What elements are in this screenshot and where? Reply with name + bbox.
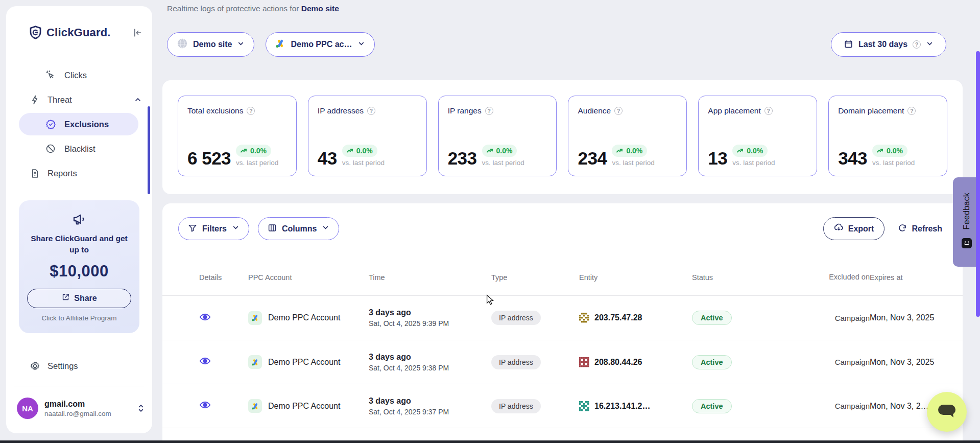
view-details-eye-icon[interactable] (199, 311, 211, 323)
help-icon: ? (907, 107, 916, 115)
entity-identicon (579, 313, 589, 323)
entity-cell: 16.213.141.2… (579, 401, 692, 411)
stat-caption: vs. last period (236, 159, 278, 167)
entity-cell: 203.75.47.28 (579, 313, 692, 323)
sidebar-item-label: Blacklist (64, 144, 95, 154)
stat-card-0: Total exclusions ? 6 523 0.0% vs. last p… (178, 96, 297, 176)
stats-panel: Total exclusions ? 6 523 0.0% vs. last p… (162, 80, 963, 194)
trend-up-icon (347, 147, 354, 155)
filters-button[interactable]: Filters (178, 217, 249, 240)
col-header-time: Time (369, 273, 491, 282)
badge-check-icon (45, 119, 56, 130)
table-row: Demo PPC Account 3 days ago Sat, Oct 4, … (162, 384, 963, 428)
stat-change-badge: 0.0% (732, 145, 768, 157)
time-cell: 3 days ago Sat, Oct 4, 2025 9:38 PM (369, 353, 491, 372)
type-badge: IP address (491, 311, 541, 325)
page-scrollbar-thumb[interactable] (976, 51, 980, 317)
export-button[interactable]: Export (823, 217, 885, 240)
stat-card-3: Audience ? 234 0.0% vs. last period (568, 96, 687, 176)
stats-cards: Total exclusions ? 6 523 0.0% vs. last p… (162, 80, 963, 192)
exclusions-table-panel: Filters Columns Export Refresh (162, 203, 963, 443)
table-body: Demo PPC Account 3 days ago Sat, Oct 4, … (162, 296, 963, 443)
promo-amount: $10,000 (26, 262, 132, 281)
chevron-down-icon (322, 224, 329, 234)
chevron-down-icon (232, 224, 240, 234)
col-header-entity: Entity (579, 273, 692, 282)
stat-value: 343 (838, 150, 867, 167)
google-ads-icon (275, 38, 285, 51)
sidebar-item-reports[interactable]: Reports (6, 162, 142, 184)
export-button-label: Export (848, 224, 874, 234)
chat-widget-button[interactable] (927, 392, 967, 432)
stat-value: 43 (318, 150, 337, 167)
chevron-up-icon[interactable] (134, 96, 142, 104)
status-badge: Active (692, 355, 732, 369)
stat-change-badge: 0.0% (872, 145, 907, 157)
stat-caption: vs. last period (482, 159, 524, 167)
megaphone-icon (71, 220, 87, 228)
filter-funnel-icon (188, 223, 197, 235)
avatar: NA (17, 398, 38, 419)
share-button[interactable]: Share (27, 289, 131, 308)
type-badge: IP address (491, 355, 541, 369)
columns-button[interactable]: Columns (258, 217, 339, 240)
sidebar-item-blacklist[interactable]: Blacklist (6, 137, 142, 160)
help-icon: ? (614, 107, 623, 115)
sidebar-divider (14, 386, 144, 386)
view-details-eye-icon[interactable] (199, 399, 211, 411)
external-link-icon (61, 293, 70, 304)
ppc-account-selector[interactable]: Demo PPC ac… (266, 32, 374, 57)
trend-up-icon (877, 147, 884, 155)
sidebar-item-exclusions[interactable]: Exclusions (19, 113, 138, 135)
clickguard-logo-icon (29, 26, 42, 39)
col-header-expires-at: Expires at (870, 273, 942, 282)
stat-caption: vs. last period (872, 159, 915, 167)
columns-icon (268, 223, 277, 235)
document-icon (29, 169, 40, 178)
help-icon: ? (367, 107, 375, 115)
type-badge: IP address (491, 399, 541, 413)
bottom-edge-strip (0, 440, 980, 443)
stat-value: 233 (448, 150, 477, 167)
subtitle-site-name: Demo site (301, 4, 339, 13)
stat-title: Domain placement ? (838, 106, 938, 115)
chevron-down-icon (357, 40, 365, 50)
sidebar-scrollbar-thumb[interactable] (148, 106, 150, 194)
sidebar-item-label: Exclusions (64, 120, 109, 129)
gear-icon (29, 361, 40, 371)
entity-cell: 208.80.44.26 (579, 357, 692, 367)
table-row: Demo PPC Account 3 days ago Sat, Oct 4, … (162, 296, 963, 340)
stat-card-5: Domain placement ? 343 0.0% vs. last per… (828, 96, 947, 176)
stat-caption: vs. last period (732, 159, 775, 167)
ppc-account-cell: Demo PPC Account (248, 399, 369, 413)
share-button-label: Share (74, 294, 97, 303)
collapse-sidebar-icon[interactable] (132, 28, 142, 38)
stat-title: Audience ? (578, 106, 677, 115)
site-selector[interactable]: Demo site (167, 32, 254, 57)
sidebar-item-label: Threat (47, 95, 72, 105)
sidebar-nav: Clicks Threat Exclusions Blacklist (6, 64, 152, 184)
view-details-eye-icon[interactable] (199, 355, 211, 367)
cloud-download-icon (834, 223, 844, 235)
sidebar-item-threat[interactable]: Threat (6, 88, 142, 111)
feedback-label: Feedback (962, 193, 971, 229)
stat-caption: vs. last period (342, 159, 385, 167)
sidebar-item-settings[interactable]: Settings (6, 355, 142, 377)
google-ads-icon (248, 311, 262, 325)
affiliate-promo-card[interactable]: Share ClickGuard and get up to $10,000 S… (19, 200, 139, 333)
user-menu[interactable]: NA gmail.com naatali.ro@gmail.com (17, 398, 145, 419)
sidebar: ClickGuard. Clicks Threat Exclusions (6, 6, 152, 433)
cursor-click-icon (45, 70, 56, 80)
trend-up-icon (487, 147, 494, 155)
globe-icon (177, 38, 188, 51)
entity-identicon (579, 401, 589, 411)
stat-title: IP addresses ? (318, 106, 417, 115)
sidebar-item-label: Reports (47, 169, 77, 178)
status-badge: Active (692, 311, 732, 325)
col-header-details: Details (199, 273, 248, 282)
select-chevrons-icon[interactable] (137, 404, 145, 413)
date-range-selector[interactable]: Last 30 days ? (831, 32, 946, 57)
stat-value: 234 (578, 150, 607, 167)
sidebar-item-clicks[interactable]: Clicks (6, 64, 142, 86)
refresh-button[interactable]: Refresh (898, 223, 942, 235)
